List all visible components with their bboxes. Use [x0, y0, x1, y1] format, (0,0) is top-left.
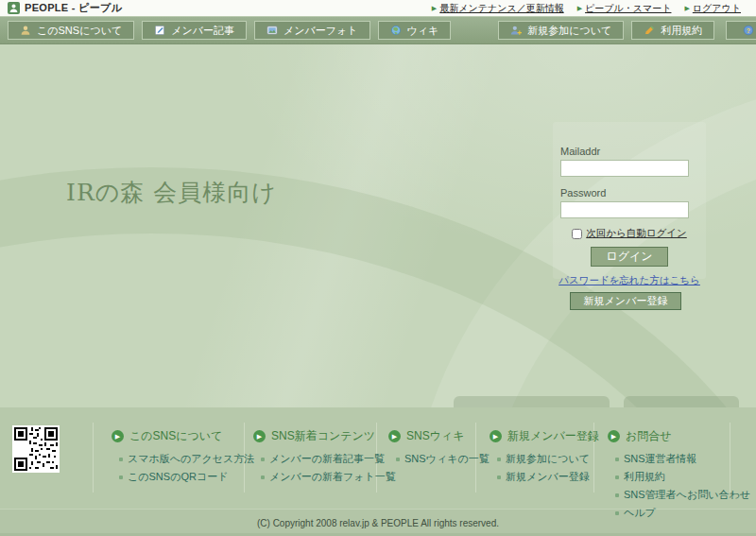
- top-bar: PEOPLE - ピープル ▶最新メンテナンス／更新情報 ▶ピープル・スマート …: [0, 0, 756, 16]
- forgot-password-link[interactable]: パスワードを忘れた方はこちら: [553, 274, 706, 287]
- footer-column-about: ▶ このSNSについて スマホ版へのアクセス方法 このSNSのQRコード: [112, 428, 254, 488]
- nav-right-group: 利用規約 ? ヘルプ: [631, 21, 756, 40]
- top-links: ▶最新メンテナンス／更新情報 ▶ピープル・スマート ▶ログアウト: [432, 2, 741, 15]
- footer-link[interactable]: メンバーの新着記事一覧: [261, 452, 396, 466]
- bullet-icon: [261, 458, 265, 461]
- register-button[interactable]: 新規メンバー登録: [570, 292, 681, 310]
- nav-button-label: メンバーフォト: [284, 24, 358, 38]
- login-panel: Mailaddr Password 次回から自動ログイン ログイン パスワードを…: [553, 122, 706, 279]
- footer-heading[interactable]: ▶ SNSウィキ: [388, 428, 490, 444]
- top-link-maintenance[interactable]: ▶最新メンテナンス／更新情報: [432, 2, 564, 15]
- bullet-icon: [615, 458, 619, 461]
- nav-button-label: メンバー記事: [171, 24, 234, 38]
- top-link-logout[interactable]: ▶ログアウト: [684, 2, 741, 15]
- footer-heading[interactable]: ▶ お問合せ: [608, 428, 750, 444]
- bullet-icon: [615, 511, 619, 515]
- footer: ▶ このSNSについて スマホ版へのアクセス方法 このSNSのQRコード ▶ S…: [0, 407, 756, 509]
- mailaddr-label: Mailaddr: [560, 122, 706, 157]
- bullet-icon: [119, 475, 123, 479]
- play-circle-icon: ▶: [490, 430, 502, 442]
- mailaddr-input[interactable]: [560, 160, 689, 177]
- arrow-right-icon: ▶: [684, 5, 689, 11]
- footer-link[interactable]: SNS運営者情報: [615, 452, 750, 466]
- footer-link[interactable]: このSNSのQRコード: [119, 470, 254, 484]
- footer-column-register: ▶ 新規メンバー登録 新規参加について 新規メンバー登録: [490, 428, 599, 488]
- copyright-text: (C) Copyright 2008 relav.jp & PEOPLE All…: [257, 518, 499, 528]
- bullet-icon: [396, 458, 400, 461]
- nav-button-member-articles[interactable]: メンバー記事: [142, 21, 247, 40]
- play-circle-icon: ▶: [253, 430, 266, 442]
- footer-link[interactable]: メンバーの新着フォト一覧: [261, 470, 396, 484]
- bullet-icon: [497, 458, 501, 461]
- footer-link[interactable]: 新規メンバー登録: [497, 470, 599, 484]
- people-logo-icon: [8, 2, 20, 14]
- nav-button-join[interactable]: 新規参加について: [498, 21, 624, 40]
- footer-link[interactable]: 利用規約: [615, 470, 750, 484]
- nav-bar: このSNSについて メンバー記事 メンバーフォト ウィキ 新規参加について 利用…: [0, 16, 756, 44]
- brand-title: PEOPLE - ピープル: [25, 1, 122, 15]
- bullet-icon: [615, 493, 619, 497]
- footer-link[interactable]: 新規参加について: [497, 452, 599, 466]
- person-add-icon: [510, 25, 522, 36]
- footer-link[interactable]: スマホ版へのアクセス方法: [119, 452, 254, 466]
- nav-button-label: このSNSについて: [37, 24, 122, 38]
- password-input[interactable]: [560, 201, 689, 218]
- decor-tab: [454, 396, 610, 407]
- footer-column-contact: ▶ お問合せ SNS運営者情報 利用規約 SNS管理者へお問い合わせ ヘルプ: [608, 428, 750, 524]
- brand[interactable]: PEOPLE - ピープル: [8, 1, 122, 15]
- footer-heading[interactable]: ▶ このSNSについて: [112, 428, 254, 444]
- qr-code-image: [12, 425, 60, 473]
- page: PEOPLE - ピープル ▶最新メンテナンス／更新情報 ▶ピープル・スマート …: [0, 0, 756, 536]
- person-icon: [20, 25, 31, 36]
- nav-button-label: 利用規約: [661, 24, 702, 38]
- bullet-icon: [119, 458, 123, 461]
- nav-button-member-photos[interactable]: メンバーフォト: [254, 21, 370, 40]
- arrow-right-icon: ▶: [432, 5, 437, 11]
- footer-link[interactable]: SNS管理者へお問い合わせ: [615, 488, 750, 502]
- nav-button-help[interactable]: ? ヘルプ: [726, 21, 756, 40]
- auto-login-checkbox[interactable]: [572, 229, 582, 239]
- bullet-icon: [497, 475, 501, 479]
- auto-login-label[interactable]: 次回から自動ログイン: [586, 227, 686, 240]
- help-icon: ?: [743, 25, 754, 36]
- auto-login-row: 次回から自動ログイン: [553, 227, 706, 240]
- footer-heading[interactable]: ▶ 新規メンバー登録: [490, 428, 599, 444]
- bullet-icon: [261, 475, 265, 479]
- nav-button-label: ウィキ: [407, 24, 439, 38]
- site-tagline: IRの森 会員様向け: [66, 177, 277, 208]
- footer-link[interactable]: SNSウィキの一覧: [396, 452, 490, 466]
- main-area: IRの森 会員様向け Mailaddr Password 次回から自動ログイン …: [0, 44, 756, 407]
- footer-column-wiki: ▶ SNSウィキ SNSウィキの一覧: [388, 428, 490, 470]
- nav-button-wiki[interactable]: ウィキ: [378, 21, 452, 40]
- pencil-icon: [644, 25, 655, 36]
- play-circle-icon: ▶: [608, 430, 620, 442]
- arrow-right-icon: ▶: [577, 5, 582, 11]
- decor-tab: [624, 396, 739, 407]
- top-link-people-smart[interactable]: ▶ピープル・スマート: [577, 2, 672, 15]
- footer-divider: [93, 423, 94, 493]
- article-icon: [154, 25, 165, 36]
- photo-icon: [266, 25, 278, 36]
- footer-heading[interactable]: ▶ SNS新着コンテンツ: [253, 428, 396, 444]
- footer-column-new-contents: ▶ SNS新着コンテンツ メンバーの新着記事一覧 メンバーの新着フォト一覧: [253, 428, 396, 488]
- svg-text:?: ?: [747, 27, 750, 34]
- nav-button-label: 新規参加について: [527, 24, 611, 38]
- footer-link[interactable]: ヘルプ: [615, 506, 750, 520]
- nav-button-terms[interactable]: 利用規約: [631, 21, 714, 40]
- password-label: Password: [560, 187, 706, 199]
- play-circle-icon: ▶: [112, 430, 124, 442]
- globe-icon: [390, 25, 402, 36]
- play-circle-icon: ▶: [388, 430, 401, 442]
- bullet-icon: [615, 475, 619, 479]
- login-button[interactable]: ログイン: [591, 247, 668, 267]
- nav-button-about-sns[interactable]: このSNSについて: [8, 21, 134, 40]
